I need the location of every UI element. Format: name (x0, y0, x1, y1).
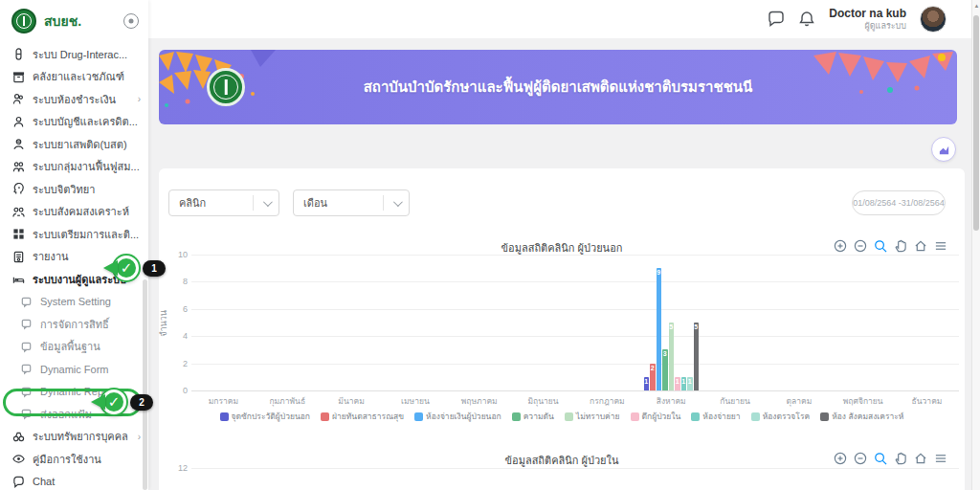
legend-swatch (820, 412, 829, 421)
scrollbar-thumb[interactable] (973, 15, 979, 231)
chart1-plot-area: 129351115 (191, 255, 959, 390)
legend-label: ตึกผู้ป่วยใน (642, 410, 681, 423)
zoom-out-icon[interactable] (854, 452, 867, 465)
legend-label: ห้องจ่ายยา (702, 410, 740, 423)
chat-square-icon (19, 408, 33, 421)
month-select[interactable]: เดือน (293, 189, 410, 216)
sidebar-item-6[interactable]: ระบบจิตวิทยา (0, 178, 148, 201)
chevron-right-icon: › (138, 432, 141, 442)
legend-swatch (414, 412, 423, 421)
sidebar-scrollbar[interactable] (143, 279, 147, 490)
sidebar-item-4[interactable]: ระบบยาเสพติด(บสต) (0, 133, 148, 156)
sidebar-item-label: ระบบห้องชำระเงิน (33, 91, 134, 108)
x-tick-label: สิงหาคม (639, 394, 703, 408)
gridline (191, 255, 959, 256)
report-icon (11, 250, 25, 263)
home-icon[interactable] (914, 452, 927, 465)
sidebar-item-14[interactable]: Dynamic Form (0, 358, 148, 381)
chart1-toolbar (834, 239, 947, 253)
pan-icon[interactable] (894, 239, 907, 253)
menu-icon[interactable] (934, 452, 947, 465)
sidebar-item-label: ระบบสังคมสงเคราะห์ (33, 203, 141, 220)
sidebar-item-2[interactable]: ระบบห้องชำระเงิน› (0, 88, 148, 111)
sidebar-item-1[interactable]: คลังยาและเวชภัณฑ์ (0, 66, 148, 89)
sidebar-item-19[interactable]: Chat (0, 471, 148, 490)
sidebar-item-8[interactable]: ระบบเตรียมการและติ... (0, 223, 148, 246)
chevron-down-icon (384, 200, 409, 207)
legend-item[interactable]: ความดัน (512, 410, 554, 423)
legend-item[interactable]: ห้องจ่ายยา (691, 410, 740, 423)
legend-item[interactable]: ห้องตรวจโรค (751, 410, 811, 423)
sidebar-item-11[interactable]: System Setting (0, 291, 148, 314)
legend-item[interactable]: ฝ่ายทันตสาธารณสุข (321, 410, 404, 423)
month-select-value: เดือน (294, 194, 383, 212)
legend-item[interactable]: ไม่ทราบค่าย (565, 410, 620, 423)
bar-value-label: 9 (657, 268, 660, 277)
brand-title: สบยช. (44, 11, 116, 32)
sidebar-item-label: ระบบเตรียมการและติ... (33, 226, 141, 243)
bar-ฝ่ายทันตสาธารณสุข: 2 (650, 364, 656, 390)
banner-title: สถาบันบำบัดรักษาและฟื้นฟูผู้ติดยาเสพติดแ… (364, 76, 753, 99)
sidebar-item-label: การจัดการสิทธิ์ (40, 316, 141, 333)
bar-ห้องจ่ายยา: 1 (681, 377, 687, 390)
y-tick-label: 10 (163, 250, 188, 259)
notification-bell-icon[interactable] (798, 11, 815, 28)
bar-ความดัน: 3 (662, 349, 668, 390)
social-work-icon (11, 205, 25, 218)
bar-จุดซักประวัติผู้ป่วยนอก: 1 (644, 377, 650, 390)
legend-item[interactable]: ห้องจ่ายเงินผู้ป่วยนอก (414, 410, 501, 423)
chart-fab-button[interactable] (931, 137, 956, 162)
institute-banner: สถาบันบำบัดรักษาและฟื้นฟูผู้ติดยาเสพติดแ… (159, 50, 957, 124)
zoom-in-icon[interactable] (834, 239, 847, 253)
page-scrollbar[interactable]: ▲ (971, 0, 980, 490)
sidebar-item-3[interactable]: ระบบบัญชีและเครดิต... (0, 111, 148, 134)
user-avatar[interactable] (920, 6, 947, 33)
user-role: ผู้ดูแลระบบ (829, 21, 906, 31)
legend-swatch (512, 412, 521, 421)
y-tick-label: 8 (163, 277, 188, 286)
annotation-step-number: 1 (143, 260, 166, 277)
x-tick-label: กันยายน (703, 394, 768, 408)
x-tick-label: พฤษภาคม (447, 394, 511, 408)
user-menu[interactable]: Doctor na kub ผู้ดูแลระบบ (829, 8, 906, 31)
legend-label: ห้องตรวจโรค (763, 410, 811, 423)
chat-square-icon (19, 295, 33, 308)
sidebar-item-7[interactable]: ระบบสังคมสงเคราะห์ (0, 201, 148, 224)
zoom-in-icon[interactable] (834, 452, 847, 465)
dashboard-card: คลินิก เดือน 01/08/2564 -31/08/2564 ข้อม… (159, 168, 965, 490)
legend-item[interactable]: ตึกผู้ป่วยใน (631, 410, 681, 423)
zoom-out-icon[interactable] (854, 239, 867, 253)
sidebar-item-17[interactable]: ระบบทรัพยากรบุคคล› (0, 426, 148, 449)
date-range-input[interactable]: 01/08/2564 -31/08/2564 (852, 190, 946, 215)
sidebar-item-18[interactable]: คู่มือการใช้งาน (0, 448, 148, 471)
chat-square-icon (19, 340, 33, 353)
y-tick-label: 6 (163, 304, 188, 314)
menu-icon[interactable] (934, 239, 947, 253)
legend-item[interactable]: ห้อง สังคมสงเคราะห์ (820, 410, 903, 423)
sidebar-item-5[interactable]: ระบบกลุ่มงานฟื้นฟูสม... (0, 156, 148, 179)
x-tick-label: กุมภาพันธ์ (256, 394, 320, 408)
sidebar-item-label: Chat (33, 476, 141, 487)
chart2-header: ข้อมูลสถิติคลินิก ผู้ป่วยใน (159, 452, 965, 467)
selection-zoom-icon[interactable] (874, 239, 887, 253)
banner-moph-logo-icon (207, 68, 245, 106)
sidebar-collapse-icon[interactable] (123, 13, 139, 29)
sidebar-item-0[interactable]: ระบบ Drug-Interac... (0, 43, 148, 66)
bar-ห้อง สังคมสงเคราะห์: 5 (694, 323, 700, 390)
x-tick-label: พฤศจิกายน (831, 394, 895, 408)
scrollbar-up-arrow[interactable]: ▲ (973, 3, 980, 9)
moph-logo-icon (11, 9, 36, 33)
message-icon[interactable] (768, 11, 785, 28)
sidebar-item-13[interactable]: ข้อมูลพื้นฐาน (0, 336, 148, 359)
bar-value-label: 1 (688, 377, 692, 386)
app-screen: สบยช. ระบบ Drug-Interac...คลังยาและเวชภั… (0, 0, 980, 490)
pan-icon[interactable] (894, 452, 907, 465)
legend-item[interactable]: จุดซักประวัติผู้ป่วยนอก (220, 410, 310, 423)
clinic-select[interactable]: คลินิก (168, 189, 279, 216)
sidebar-item-12[interactable]: การจัดการสิทธิ์ (0, 313, 148, 336)
chart2-gridline (191, 468, 959, 469)
selection-zoom-icon[interactable] (874, 452, 887, 465)
home-icon[interactable] (914, 239, 927, 253)
bar-value-label: 1 (644, 377, 648, 386)
sidebar-item-label: Dynamic Form (40, 364, 141, 375)
